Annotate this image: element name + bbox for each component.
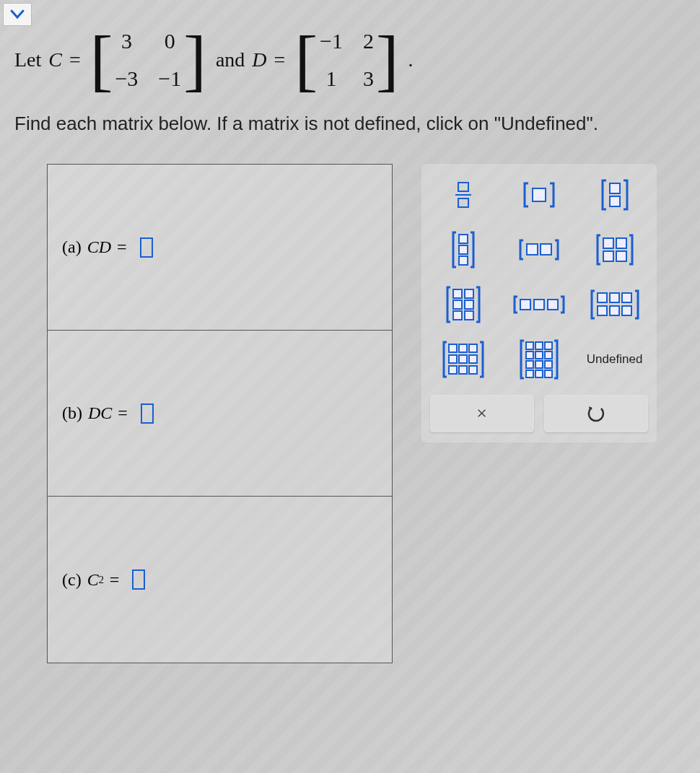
matrix-1x2-icon (518, 238, 560, 261)
matrix-2x2-icon (595, 233, 634, 266)
instruction-text: Find each matrix below. If a matrix is n… (14, 113, 686, 135)
svg-rect-38 (545, 342, 552, 349)
svg-rect-33 (449, 366, 457, 374)
answer-table: (a) CD = (b) DC = (c) C2 = (47, 164, 393, 663)
svg-rect-6 (527, 244, 538, 255)
fraction-icon (455, 182, 471, 209)
matrix-4x3-button[interactable] (514, 341, 564, 377)
undo-icon (587, 404, 605, 423)
svg-rect-2 (610, 196, 620, 206)
matrix-3x1-button[interactable] (438, 232, 489, 268)
undefined-button[interactable]: Undefined (590, 341, 640, 377)
part-c-label: (c) (62, 570, 82, 590)
var-d: D (252, 48, 266, 71)
matrix-2x3-button[interactable] (590, 287, 640, 323)
part-c-cell[interactable]: (c) C2 = (48, 497, 392, 663)
and-text: and (216, 48, 245, 71)
svg-rect-18 (520, 300, 530, 310)
d-01: 2 (363, 29, 374, 53)
matrix-d: [ −1 2 1 3 ] (292, 29, 401, 91)
matrix-1x1-button[interactable] (514, 177, 564, 213)
svg-rect-4 (459, 245, 468, 254)
problem-statement: Let C = [ 3 0 −3 −1 ] and D = [ −1 2 1 3… (14, 29, 686, 91)
matrix-c: [ 3 0 −3 −1 ] (88, 29, 209, 91)
svg-rect-45 (526, 370, 533, 377)
c-00: 3 (115, 29, 138, 53)
matrix-2x1-icon (600, 178, 629, 211)
matrix-3x2-button[interactable] (438, 287, 489, 323)
matrix-3x3-button[interactable] (438, 341, 489, 377)
svg-rect-19 (534, 300, 544, 310)
undefined-label: Undefined (587, 352, 643, 367)
svg-rect-35 (469, 366, 477, 374)
part-a-expr: CD (87, 237, 111, 257)
svg-rect-36 (526, 342, 533, 349)
svg-rect-28 (459, 344, 467, 352)
fraction-button[interactable] (438, 177, 489, 213)
svg-rect-14 (453, 300, 462, 309)
svg-rect-30 (449, 355, 457, 363)
svg-rect-0 (533, 188, 546, 201)
svg-rect-29 (469, 344, 477, 352)
svg-rect-27 (449, 344, 457, 352)
period: . (408, 48, 414, 71)
close-icon: × (476, 403, 487, 424)
part-a-eq: = (117, 237, 127, 257)
part-b-expr: DC (88, 403, 112, 423)
c-01: 0 (158, 29, 181, 53)
svg-rect-22 (610, 293, 619, 302)
part-a-cell[interactable]: (a) CD = (48, 165, 392, 331)
part-c-input[interactable] (132, 569, 145, 590)
part-a-label: (a) (62, 237, 82, 257)
matrix-2x3-icon (590, 289, 639, 320)
part-b-label: (b) (62, 403, 82, 423)
svg-rect-44 (545, 361, 552, 368)
svg-rect-43 (535, 361, 543, 368)
svg-rect-5 (459, 256, 468, 265)
svg-rect-21 (598, 293, 607, 302)
svg-rect-40 (535, 351, 543, 359)
matrix-2x1-button[interactable] (590, 177, 640, 213)
svg-rect-47 (545, 370, 552, 377)
equals-1: = (69, 48, 81, 71)
matrix-4x3-icon (520, 339, 559, 380)
input-palette: Undefined × (421, 164, 657, 442)
svg-rect-46 (535, 370, 543, 377)
d-10: 1 (320, 66, 343, 91)
matrix-1x2-button[interactable] (514, 232, 564, 268)
svg-rect-24 (598, 306, 607, 315)
let-text: Let (14, 48, 41, 71)
svg-rect-34 (459, 366, 467, 374)
part-c-expr-sup: 2 (99, 574, 104, 586)
svg-rect-1 (610, 183, 620, 193)
part-b-cell[interactable]: (b) DC = (48, 331, 392, 497)
part-a-input[interactable] (140, 237, 153, 258)
svg-rect-8 (603, 238, 613, 248)
part-b-input[interactable] (141, 403, 154, 424)
svg-rect-25 (610, 306, 619, 315)
svg-rect-23 (622, 293, 631, 302)
equals-2: = (274, 48, 286, 71)
svg-rect-16 (453, 311, 462, 320)
clear-button[interactable]: × (430, 395, 534, 432)
var-c: C (48, 48, 62, 71)
svg-rect-26 (622, 306, 631, 315)
undo-button[interactable] (544, 395, 648, 432)
matrix-1x1-icon (522, 181, 556, 209)
matrix-1x3-icon (513, 294, 565, 315)
d-11: 3 (363, 66, 374, 91)
svg-rect-39 (526, 351, 533, 359)
matrix-3x3-icon (442, 341, 484, 378)
svg-rect-7 (541, 244, 551, 255)
matrix-1x3-button[interactable] (514, 287, 564, 323)
svg-rect-37 (535, 342, 543, 349)
svg-rect-42 (526, 361, 533, 368)
svg-rect-31 (459, 355, 467, 363)
svg-rect-12 (453, 289, 462, 298)
svg-rect-32 (469, 355, 477, 363)
svg-rect-11 (616, 251, 626, 261)
matrix-2x2-button[interactable] (590, 232, 640, 268)
svg-rect-3 (459, 235, 468, 243)
svg-rect-17 (465, 311, 473, 320)
part-c-expr-base: C (87, 570, 99, 590)
